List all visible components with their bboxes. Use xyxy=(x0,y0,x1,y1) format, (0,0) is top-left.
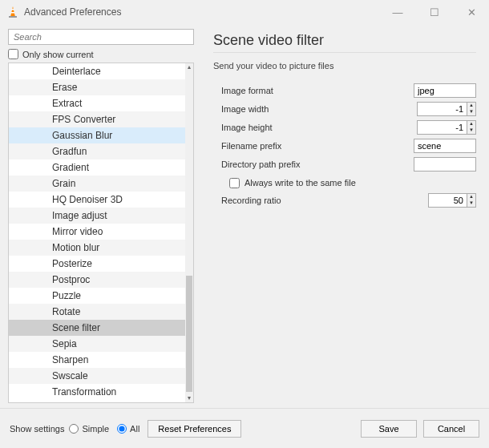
scroll-thumb[interactable] xyxy=(186,276,192,392)
all-label: All xyxy=(130,424,139,434)
image-width-spinner[interactable]: ▲▼ xyxy=(467,102,476,116)
list-item[interactable]: Gradfun xyxy=(9,143,185,159)
list-item[interactable]: Mirror video xyxy=(9,224,185,240)
only-show-current-label: Only show current xyxy=(22,50,94,59)
all-radio-row[interactable]: All xyxy=(117,424,139,434)
list-item[interactable]: Gaussian Blur xyxy=(9,127,185,143)
scroll-up-icon[interactable]: ▴ xyxy=(185,63,193,71)
list-item[interactable]: Motion blur xyxy=(9,240,185,256)
svg-marker-0 xyxy=(10,6,15,17)
svg-rect-3 xyxy=(11,12,14,14)
list-item[interactable]: Sharpen xyxy=(9,352,185,368)
image-format-input[interactable] xyxy=(414,83,476,98)
image-height-spinner[interactable]: ▲▼ xyxy=(467,120,476,135)
image-width-input[interactable] xyxy=(417,102,467,116)
panel-description: Send your video to picture files xyxy=(213,61,476,71)
panel-title: Scene video filter xyxy=(213,32,476,49)
recording-ratio-spinner[interactable]: ▲▼ xyxy=(467,193,476,208)
only-show-current-row[interactable]: Only show current xyxy=(8,49,202,59)
always-write-label: Always write to the same file xyxy=(244,178,356,188)
close-button[interactable]: ✕ xyxy=(460,6,483,18)
minimize-button[interactable]: — xyxy=(386,6,409,18)
always-write-checkbox[interactable] xyxy=(229,178,240,188)
list-item[interactable]: Transformation xyxy=(9,384,185,400)
scroll-down-icon[interactable]: ▾ xyxy=(185,394,193,402)
list-item[interactable]: Gradient xyxy=(9,159,185,176)
list-item[interactable]: Image adjust xyxy=(9,208,185,224)
right-panel: Scene video filter Send your video to pi… xyxy=(202,24,489,408)
all-radio[interactable] xyxy=(117,424,127,434)
list-item[interactable]: Swscale xyxy=(9,368,185,384)
footer: Show settings Simple All Reset Preferenc… xyxy=(0,408,489,448)
window-title: Advanced Preferences xyxy=(24,6,386,18)
recording-ratio-input[interactable] xyxy=(428,193,467,208)
filter-tree[interactable]: DeinterlaceEraseExtractFPS ConverterGaus… xyxy=(8,63,194,403)
list-item[interactable]: Posterize xyxy=(9,256,185,272)
list-item[interactable]: Sepia xyxy=(9,336,185,352)
divider xyxy=(213,52,476,53)
scrollbar[interactable]: ▴ ▾ xyxy=(185,63,193,402)
reset-preferences-button[interactable]: Reset Preferences xyxy=(148,420,241,438)
cancel-button[interactable]: Cancel xyxy=(423,420,479,438)
image-width-label: Image width xyxy=(213,104,341,114)
list-item[interactable]: Postproc xyxy=(9,272,185,288)
recording-ratio-label: Recording ratio xyxy=(213,196,341,205)
list-item[interactable]: Erase xyxy=(9,79,185,95)
simple-label: Simple xyxy=(82,424,109,434)
list-item[interactable]: Puzzle xyxy=(9,288,185,304)
list-item[interactable]: FPS Converter xyxy=(9,111,185,127)
save-button[interactable]: Save xyxy=(361,420,417,438)
left-panel: Only show current DeinterlaceEraseExtrac… xyxy=(0,24,202,408)
directory-prefix-input[interactable] xyxy=(414,157,476,172)
only-show-current-checkbox[interactable] xyxy=(8,49,18,59)
maximize-button[interactable]: ☐ xyxy=(423,6,446,18)
list-item[interactable]: HQ Denoiser 3D xyxy=(9,192,185,208)
list-item[interactable]: Deinterlace xyxy=(9,63,185,79)
vlc-icon xyxy=(6,6,19,18)
simple-radio-row[interactable]: Simple xyxy=(69,424,109,434)
image-height-input[interactable] xyxy=(417,120,467,135)
filename-prefix-input[interactable] xyxy=(414,139,476,153)
search-input[interactable] xyxy=(8,29,194,45)
list-item[interactable]: Extract xyxy=(9,95,185,111)
title-bar: Advanced Preferences — ☐ ✕ xyxy=(0,0,489,24)
list-item[interactable]: Scene filter xyxy=(9,320,185,336)
simple-radio[interactable] xyxy=(69,424,79,434)
svg-rect-2 xyxy=(12,9,14,10)
list-item[interactable]: Grain xyxy=(9,176,185,192)
filename-prefix-label: Filename prefix xyxy=(213,141,341,151)
directory-prefix-label: Directory path prefix xyxy=(213,159,341,169)
image-height-label: Image height xyxy=(213,123,341,132)
svg-rect-1 xyxy=(9,16,17,18)
list-item[interactable]: Rotate xyxy=(9,304,185,320)
image-format-label: Image format xyxy=(213,86,341,95)
show-settings-label: Show settings xyxy=(10,424,64,434)
